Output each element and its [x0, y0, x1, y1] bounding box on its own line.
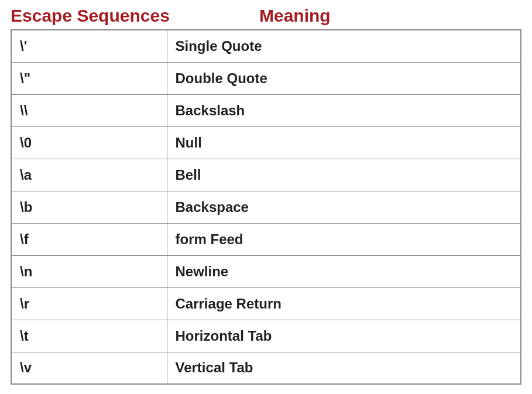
cell-meaning: Backslash	[167, 94, 521, 126]
cell-meaning: Backspace	[167, 191, 521, 223]
cell-meaning: Vertical Tab	[167, 352, 521, 384]
cell-meaning: Null	[167, 126, 521, 159]
cell-meaning: Horizontal Tab	[167, 320, 521, 352]
cell-sequence: \t	[11, 320, 167, 352]
cell-sequence: \r	[11, 287, 167, 320]
table-row: \n Newline	[11, 255, 521, 287]
cell-sequence: \b	[11, 191, 167, 223]
table-row: \0 Null	[11, 126, 521, 159]
cell-sequence: \n	[11, 255, 167, 287]
cell-meaning: Bell	[167, 159, 521, 191]
cell-meaning: Single Quote	[167, 30, 521, 62]
cell-meaning: Double Quote	[167, 62, 521, 94]
table-row: \r Carriage Return	[11, 287, 521, 320]
header-escape-sequences: Escape Sequences	[11, 6, 253, 26]
table-row: \f form Feed	[11, 223, 521, 255]
table-headers: Escape Sequences Meaning	[11, 6, 521, 26]
table-row: \b Backspace	[11, 191, 521, 223]
cell-meaning: Newline	[167, 255, 521, 287]
cell-sequence: \\	[11, 94, 167, 126]
cell-sequence: \'	[11, 30, 167, 62]
cell-sequence: \v	[11, 352, 167, 384]
table-row: \a Bell	[11, 159, 521, 191]
table-row: \" Double Quote	[11, 62, 521, 94]
cell-sequence: \a	[11, 159, 167, 191]
table-row: \v Vertical Tab	[11, 352, 521, 384]
cell-sequence: \f	[11, 223, 167, 255]
cell-sequence: \"	[11, 62, 167, 94]
cell-meaning: form Feed	[167, 223, 521, 255]
escape-sequences-table: \' Single Quote \" Double Quote \\ Backs…	[11, 29, 521, 385]
table-body: \' Single Quote \" Double Quote \\ Backs…	[11, 30, 521, 384]
cell-sequence: \0	[11, 126, 167, 159]
table-row: \t Horizontal Tab	[11, 320, 521, 352]
table-row: \' Single Quote	[11, 30, 521, 62]
table-row: \\ Backslash	[11, 94, 521, 126]
cell-meaning: Carriage Return	[167, 287, 521, 320]
header-meaning: Meaning	[253, 6, 521, 26]
